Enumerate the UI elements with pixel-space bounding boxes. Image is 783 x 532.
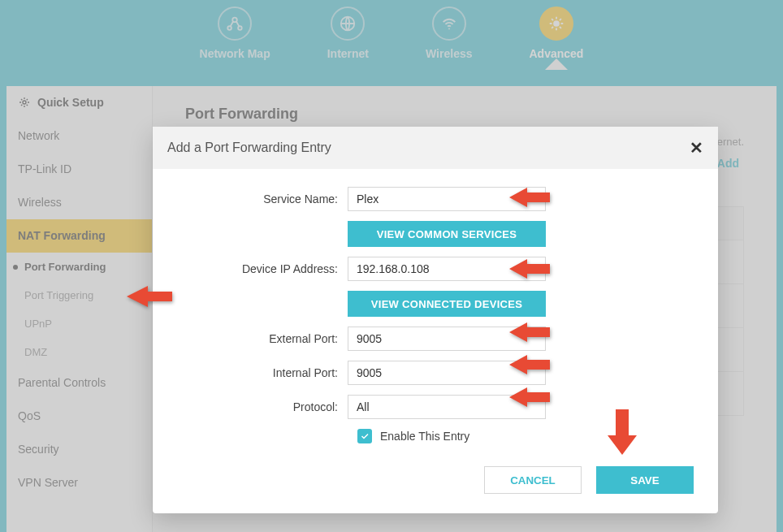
- internal-port-input[interactable]: [348, 361, 546, 385]
- view-connected-devices-button[interactable]: VIEW CONNECTED DEVICES: [348, 291, 546, 317]
- save-button[interactable]: SAVE: [596, 466, 694, 494]
- label-external-port: External Port:: [185, 332, 348, 345]
- service-name-input[interactable]: [348, 187, 546, 211]
- protocol-select[interactable]: [348, 395, 546, 419]
- cancel-button[interactable]: CANCEL: [484, 466, 582, 494]
- close-icon[interactable]: ✕: [690, 138, 703, 158]
- label-device-ip: Device IP Address:: [185, 262, 348, 275]
- device-ip-input[interactable]: [348, 257, 546, 281]
- label-protocol: Protocol:: [185, 400, 348, 413]
- enable-entry-label: Enable This Entry: [380, 430, 469, 443]
- external-port-input[interactable]: [348, 327, 546, 351]
- port-forwarding-modal: Add a Port Forwarding Entry ✕ Service Na…: [153, 127, 718, 513]
- label-service-name: Service Name:: [185, 192, 348, 205]
- modal-header: Add a Port Forwarding Entry ✕: [153, 127, 718, 169]
- modal-title: Add a Port Forwarding Entry: [167, 141, 331, 155]
- enable-entry-checkbox[interactable]: [357, 429, 372, 443]
- view-common-services-button[interactable]: VIEW COMMON SERVICES: [348, 221, 546, 247]
- label-internal-port: Internal Port:: [185, 366, 348, 379]
